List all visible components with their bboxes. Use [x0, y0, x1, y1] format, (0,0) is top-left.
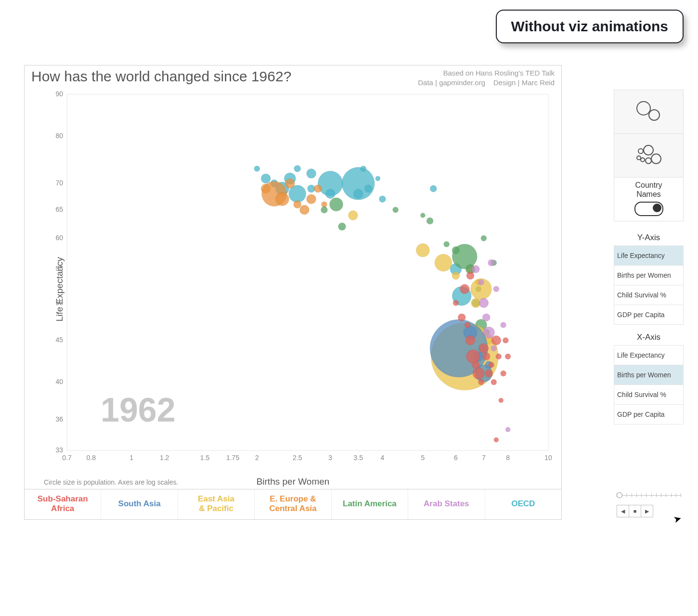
- svg-text:36: 36: [55, 415, 63, 423]
- bubble[interactable]: [465, 335, 475, 345]
- bubble[interactable]: [452, 272, 460, 280]
- bubble[interactable]: [430, 185, 437, 192]
- preset-two-circles[interactable]: [614, 90, 684, 133]
- y-axis-option-0[interactable]: Life Expectancy: [614, 245, 684, 266]
- bubble[interactable]: [505, 354, 511, 359]
- bubble[interactable]: [491, 346, 497, 351]
- bubble[interactable]: [420, 213, 425, 218]
- bubble[interactable]: [496, 354, 502, 359]
- bubble[interactable]: [325, 189, 335, 199]
- bubble[interactable]: [489, 362, 494, 368]
- slider-thumb[interactable]: [617, 492, 622, 498]
- stop-button[interactable]: ■: [629, 505, 641, 517]
- play-button[interactable]: ▶: [641, 505, 653, 517]
- bubble[interactable]: [294, 165, 301, 172]
- svg-text:40: 40: [55, 378, 63, 385]
- svg-text:33: 33: [55, 446, 63, 454]
- bubble[interactable]: [275, 192, 289, 206]
- bubble[interactable]: [494, 437, 499, 442]
- bubble[interactable]: [488, 259, 495, 266]
- bubble[interactable]: [314, 185, 322, 192]
- bubble[interactable]: [503, 337, 508, 343]
- bubble[interactable]: [453, 300, 459, 306]
- bubble[interactable]: [491, 335, 501, 345]
- bubble[interactable]: [478, 379, 484, 385]
- bubble[interactable]: [482, 353, 490, 360]
- svg-text:3.5: 3.5: [353, 454, 363, 462]
- svg-text:50: 50: [55, 299, 63, 307]
- bubble[interactable]: [307, 169, 316, 179]
- y-axis-option-1[interactable]: Births per Women: [614, 266, 684, 285]
- credits-line-1: Based on Hans Rosling's TED Talk: [418, 68, 555, 78]
- bubble[interactable]: [254, 166, 260, 171]
- bubble[interactable]: [452, 244, 477, 269]
- bubble[interactable]: [466, 350, 480, 363]
- bubble[interactable]: [479, 344, 489, 353]
- bubble[interactable]: [482, 314, 490, 321]
- chart-caption: Circle size is population. Axes are log …: [44, 478, 178, 486]
- bubble[interactable]: [444, 241, 450, 247]
- legend-item-0[interactable]: Sub-SaharanAfrica: [25, 488, 101, 519]
- bubble[interactable]: [416, 244, 429, 257]
- legend-item-5[interactable]: Arab States: [408, 488, 485, 519]
- bubble[interactable]: [285, 179, 295, 188]
- preset-many-circles[interactable]: [614, 133, 684, 178]
- animation-mode-badge: Without viz animations: [496, 10, 684, 43]
- x-axis-option-2[interactable]: Child Survival %: [614, 385, 684, 405]
- bubble[interactable]: [465, 322, 470, 328]
- y-axis-option-3[interactable]: GDP per Capita: [614, 305, 684, 325]
- bubble[interactable]: [478, 280, 484, 285]
- chart-credits: Based on Hans Rosling's TED Talk Data | …: [418, 68, 555, 88]
- bubble[interactable]: [479, 298, 489, 308]
- prev-button[interactable]: ◀: [617, 505, 629, 517]
- x-axis-option-0[interactable]: Life Expectancy: [614, 345, 684, 365]
- year-slider[interactable]: [617, 490, 681, 499]
- bubble[interactable]: [485, 370, 492, 377]
- bubble[interactable]: [493, 286, 499, 292]
- bubble[interactable]: [501, 322, 506, 328]
- bubble[interactable]: [261, 174, 271, 183]
- bubble[interactable]: [299, 205, 309, 215]
- bubble[interactable]: [294, 201, 301, 208]
- legend-item-4[interactable]: Latin America: [332, 488, 408, 519]
- bubble[interactable]: [321, 206, 328, 213]
- y-axis-option-2[interactable]: Child Survival %: [614, 285, 684, 305]
- bubble[interactable]: [472, 265, 479, 273]
- bubble[interactable]: [491, 379, 497, 385]
- svg-text:0.8: 0.8: [86, 454, 96, 462]
- bubble[interactable]: [505, 427, 510, 432]
- svg-text:90: 90: [55, 90, 63, 98]
- bubble[interactable]: [481, 235, 487, 241]
- scatter-plot[interactable]: 90807065605550454036330.70.811.21.51.752…: [48, 90, 553, 470]
- bubble[interactable]: [330, 198, 343, 211]
- credits-line-2: Data | gapminder.org Design | Marc Reid: [418, 78, 555, 88]
- bubble[interactable]: [501, 371, 506, 376]
- bubble[interactable]: [427, 218, 433, 224]
- bubble[interactable]: [307, 194, 316, 204]
- chart-title: How has the world changed since 1962?: [31, 68, 291, 85]
- country-names-toggle[interactable]: [634, 202, 663, 216]
- bubble[interactable]: [499, 398, 504, 403]
- svg-text:3: 3: [328, 454, 332, 462]
- legend-item-1[interactable]: South Asia: [101, 488, 178, 519]
- svg-text:65: 65: [55, 205, 63, 213]
- legend-item-6[interactable]: OECD: [485, 488, 561, 519]
- x-axis-option-1[interactable]: Births per Women: [614, 365, 684, 385]
- x-axis-option-3[interactable]: GDP per Capita: [614, 405, 684, 424]
- legend-item-2[interactable]: East Asia& Pacific: [178, 488, 255, 519]
- legend-item-3[interactable]: E. Europe &Central Asia: [255, 488, 331, 519]
- bubble[interactable]: [375, 176, 380, 181]
- bubble[interactable]: [353, 189, 363, 199]
- bubble[interactable]: [348, 210, 358, 220]
- bubble[interactable]: [473, 368, 484, 379]
- bubble[interactable]: [361, 166, 366, 171]
- bubble[interactable]: [460, 284, 469, 294]
- bubble[interactable]: [435, 254, 452, 271]
- bubble[interactable]: [364, 185, 372, 192]
- svg-point-29: [637, 102, 650, 115]
- bubble[interactable]: [338, 223, 346, 231]
- bubble[interactable]: [466, 272, 474, 280]
- bubble[interactable]: [393, 207, 399, 213]
- bubble[interactable]: [458, 314, 465, 321]
- bubble[interactable]: [379, 196, 386, 203]
